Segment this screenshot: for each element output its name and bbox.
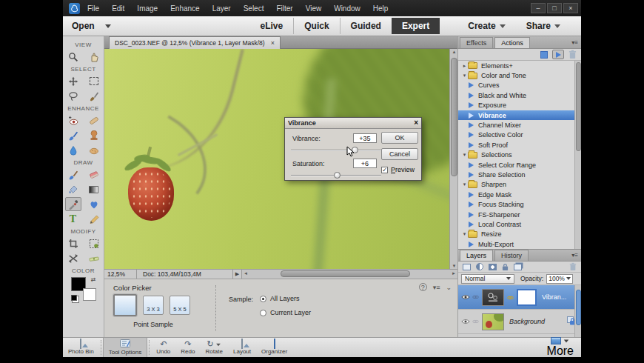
tab-elive[interactable]: eLive xyxy=(250,18,294,34)
blend-mode-select[interactable]: Normal xyxy=(461,274,514,284)
photo-bin-button[interactable]: Photo Bin xyxy=(63,338,99,357)
straighten-tool[interactable] xyxy=(86,251,102,265)
undo-button[interactable]: ↶ Undo xyxy=(151,338,175,357)
current-layer-radio[interactable]: Current Layer xyxy=(260,309,311,316)
zoom-level[interactable]: 12,5% xyxy=(104,270,137,279)
action-exposure[interactable]: Exposure xyxy=(458,101,581,110)
minimize-button[interactable]: – xyxy=(531,3,546,13)
default-colors-icon[interactable] xyxy=(71,295,77,301)
sample-3x3-button[interactable]: 3 X 3 xyxy=(143,296,164,315)
point-sample-button[interactable] xyxy=(113,294,137,316)
layout-button[interactable]: Layout xyxy=(228,338,256,357)
vibrance-dialog-titlebar[interactable]: Vibrance × xyxy=(285,118,421,129)
organizer-button[interactable]: Organizer xyxy=(256,338,292,357)
menu-view[interactable]: View xyxy=(306,4,322,13)
radio-on-icon[interactable] xyxy=(260,296,266,302)
tab-quick[interactable]: Quick xyxy=(293,18,339,34)
all-layers-radio[interactable]: All Layers xyxy=(260,295,300,302)
menu-filter[interactable]: Filter xyxy=(276,4,292,13)
crop-tool[interactable] xyxy=(65,236,81,250)
layer-name[interactable]: Vibran... xyxy=(542,293,566,301)
content-aware-move-tool[interactable] xyxy=(65,251,81,265)
menu-image[interactable]: Image xyxy=(137,4,158,13)
menu-enhance[interactable]: Enhance xyxy=(170,4,199,13)
layer-row-vibrance[interactable]: Vibran... xyxy=(458,285,581,310)
action-black-and-white[interactable]: Black and White xyxy=(458,90,581,100)
play-action-button[interactable] xyxy=(552,50,564,59)
vertical-scroll-thumb[interactable] xyxy=(451,58,457,176)
action-focus-stacking[interactable]: Focus Stacking xyxy=(458,199,581,209)
action-folder-selections[interactable]: ▾Selections xyxy=(458,150,581,160)
canvas-vertical-scrollbar[interactable]: ▲ ▼ xyxy=(449,49,457,269)
scroll-down-icon[interactable]: ▼ xyxy=(450,264,457,268)
tab-effects[interactable]: Effects xyxy=(460,37,493,48)
panel-menu-icon[interactable]: ▾≡ xyxy=(571,252,578,259)
new-adjustment-layer-icon[interactable] xyxy=(476,263,483,270)
blur-tool[interactable] xyxy=(65,143,81,157)
more-button[interactable]: More xyxy=(547,337,581,358)
saturation-slider-knob[interactable] xyxy=(334,172,341,179)
open-button[interactable]: Open xyxy=(72,21,111,31)
delete-layer-icon[interactable] xyxy=(569,262,577,271)
action-share-selection[interactable]: Share Selection xyxy=(458,170,581,179)
saturation-slider[interactable] xyxy=(291,172,381,179)
smart-brush-tool[interactable] xyxy=(65,128,81,142)
action-folder-color-and-tone[interactable]: ▾Color and Tone xyxy=(458,70,581,80)
saturation-value-input[interactable]: +6 xyxy=(353,159,377,168)
cancel-button[interactable]: Cancel xyxy=(381,148,418,160)
menu-select[interactable]: Select xyxy=(244,4,264,13)
action-curves[interactable]: Curves xyxy=(458,81,581,90)
swap-colors-icon[interactable]: ⇄ xyxy=(91,276,96,283)
adjustment-layer-thumbnail[interactable] xyxy=(482,289,504,306)
zoom-tool[interactable] xyxy=(65,50,81,64)
add-layer-mask-icon[interactable] xyxy=(489,264,497,270)
action-multi-export[interactable]: Multi-Export xyxy=(458,239,581,249)
action-soft-proof[interactable]: Soft Proof xyxy=(458,140,581,150)
close-button[interactable]: × xyxy=(563,3,578,13)
open-caret-icon[interactable] xyxy=(105,24,111,28)
action-local-contrast[interactable]: Local Contrast xyxy=(458,219,581,229)
gradient-tool[interactable] xyxy=(86,182,102,196)
tab-layers[interactable]: Layers xyxy=(460,250,493,261)
background-color-swatch[interactable] xyxy=(83,288,96,301)
scroll-up-icon[interactable]: ▲ xyxy=(450,50,457,54)
action-folder-elements[interactable]: ▸Elements+ xyxy=(458,61,581,70)
layer-row-background[interactable]: Background xyxy=(458,310,581,334)
action-folder-sharpen[interactable]: ▾Sharpen xyxy=(458,180,581,190)
action-channel-mixer[interactable]: Channel Mixer xyxy=(458,120,581,130)
stop-icon[interactable] xyxy=(540,51,548,59)
tab-actions[interactable]: Actions xyxy=(494,37,530,48)
sponge-tool[interactable] xyxy=(86,143,102,157)
menu-file[interactable]: File xyxy=(87,4,99,13)
opacity-input[interactable]: 100% xyxy=(546,274,573,284)
menu-layer[interactable]: Layer xyxy=(212,4,231,13)
maximize-button[interactable]: □ xyxy=(547,3,562,13)
spot-healing-brush-tool[interactable] xyxy=(86,113,102,127)
status-flyout-icon[interactable]: ▶ xyxy=(233,270,242,279)
tab-history[interactable]: History xyxy=(494,250,529,261)
hand-tool[interactable] xyxy=(86,50,102,64)
paint-bucket-tool[interactable] xyxy=(65,182,81,196)
rotate-button[interactable]: ↻ Rotate xyxy=(200,338,228,357)
eyedropper-tool[interactable] xyxy=(65,197,81,211)
scroll-right-icon[interactable]: ► xyxy=(452,271,456,276)
cookie-cutter-tool[interactable] xyxy=(86,236,102,250)
panel-menu-icon[interactable]: ▾≡ xyxy=(571,39,578,46)
redo-button[interactable]: ↷ Redo xyxy=(175,338,200,357)
actions-scrollbar[interactable] xyxy=(574,61,581,249)
clone-stamp-tool[interactable] xyxy=(86,128,102,142)
vibrance-value-input[interactable]: +35 xyxy=(353,133,377,143)
horizontal-scroll-thumb[interactable] xyxy=(281,270,410,277)
dialog-close-icon[interactable]: × xyxy=(414,119,418,127)
quick-selection-tool[interactable] xyxy=(86,89,102,103)
actions-scroll-thumb[interactable] xyxy=(576,62,581,151)
tab-expert[interactable]: Expert xyxy=(392,18,440,34)
vibrance-slider[interactable] xyxy=(291,147,381,153)
canvas-horizontal-scrollbar[interactable]: ◄ ► xyxy=(242,270,457,279)
action-select-color-range[interactable]: Select Color Range xyxy=(458,160,581,170)
action-selective-color[interactable]: Selective Color xyxy=(458,130,581,140)
menu-edit[interactable]: Edit xyxy=(112,4,124,13)
scroll-left-icon[interactable]: ◄ xyxy=(244,271,248,276)
brush-tool[interactable] xyxy=(65,167,81,182)
link-layers-icon[interactable] xyxy=(514,264,522,270)
